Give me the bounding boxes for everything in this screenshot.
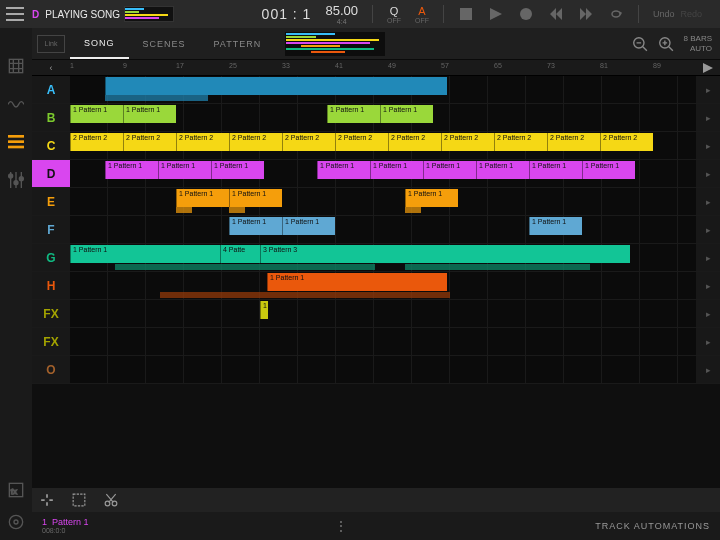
track-label[interactable]: FX — [32, 328, 70, 355]
track-expand-icon[interactable]: ▸ — [696, 300, 720, 327]
cut-tool[interactable] — [104, 493, 118, 507]
clip[interactable]: 1 Pattern 1 — [476, 161, 529, 179]
track-expand-icon[interactable]: ▸ — [696, 328, 720, 355]
track-lane[interactable]: 1 Pattern 11 Pattern 11 Pattern 11 Patte… — [70, 104, 696, 131]
redo-button[interactable]: Redo — [680, 9, 702, 19]
more-menu[interactable]: ⋮ — [334, 518, 349, 534]
clip[interactable]: 1 Pattern 1 — [158, 161, 211, 179]
track-expand-icon[interactable]: ▸ — [696, 104, 720, 131]
track-label[interactable]: H — [32, 272, 70, 299]
track-label[interactable]: A — [32, 76, 70, 103]
play-arrow-icon[interactable] — [696, 60, 720, 75]
clip[interactable]: 1 Pattern 1 — [105, 161, 158, 179]
bars-display[interactable]: 8 BARS AUTO — [684, 34, 712, 53]
track-lane[interactable]: 1 Pattern 1 — [70, 272, 696, 299]
song-preview[interactable] — [285, 32, 385, 56]
automation-lane[interactable] — [160, 292, 450, 298]
settings-icon[interactable] — [8, 514, 24, 530]
undo-button[interactable]: Undo — [653, 9, 675, 19]
ruler-back-button[interactable]: ‹ — [32, 60, 70, 75]
clip[interactable]: 2 Pattern 2 — [547, 133, 600, 151]
track-expand-icon[interactable]: ▸ — [696, 244, 720, 271]
clip[interactable]: 1 Pattern 1 — [229, 189, 282, 207]
forward-button[interactable] — [578, 6, 594, 22]
record-button[interactable] — [518, 6, 534, 22]
track-expand-icon[interactable]: ▸ — [696, 216, 720, 243]
clip[interactable]: 1 Pattern 1 — [211, 161, 264, 179]
link-button[interactable]: Link — [37, 35, 65, 53]
sliders-icon[interactable] — [8, 172, 24, 188]
menu-icon[interactable] — [6, 7, 24, 21]
zoom-in-icon[interactable] — [658, 36, 674, 52]
clip[interactable]: 1 Pattern 1 — [267, 273, 447, 291]
track-expand-icon[interactable]: ▸ — [696, 188, 720, 215]
track-lane[interactable] — [70, 328, 696, 355]
clip[interactable]: 2 Pattern 2 — [282, 133, 335, 151]
clip[interactable]: 2 Pattern 2 — [600, 133, 653, 151]
clip[interactable]: 1 Pattern 1 — [123, 105, 176, 123]
clip[interactable]: 1 Pattern 1 — [529, 161, 582, 179]
tempo-display[interactable]: 85.00 4:4 — [325, 3, 358, 25]
track-label[interactable]: G — [32, 244, 70, 271]
track-expand-icon[interactable]: ▸ — [696, 160, 720, 187]
rewind-button[interactable] — [548, 6, 564, 22]
a-toggle[interactable]: A OFF — [415, 5, 429, 24]
zoom-out-icon[interactable] — [632, 36, 648, 52]
clip[interactable]: 4 Patte — [220, 245, 260, 263]
clip[interactable]: 1 Pattern 1 — [327, 105, 380, 123]
timeline-icon[interactable] — [8, 134, 24, 150]
clip[interactable]: 2 Pattern 2 — [70, 133, 123, 151]
fx-icon[interactable]: fx — [8, 482, 24, 498]
track-label[interactable]: F — [32, 216, 70, 243]
track-expand-icon[interactable]: ▸ — [696, 132, 720, 159]
clip[interactable]: 1 Pattern 1 — [529, 217, 582, 235]
track-expand-icon[interactable]: ▸ — [696, 272, 720, 299]
clip[interactable]: 1 Pattern 1 — [423, 161, 476, 179]
wave-icon[interactable] — [8, 96, 24, 112]
track-lane[interactable]: 1 Pattern 11 Pattern 11 Pattern 1 — [70, 216, 696, 243]
track-lane[interactable]: 1 Pattern 11 Pattern 11 Pattern 1 — [70, 188, 696, 215]
play-button[interactable] — [488, 6, 504, 22]
clip[interactable]: 1 Pattern 1 — [370, 161, 423, 179]
clip[interactable] — [105, 77, 447, 95]
pointer-tool[interactable] — [40, 493, 54, 507]
track-label[interactable]: D — [32, 160, 70, 187]
automation-lane[interactable] — [115, 264, 375, 270]
clip[interactable]: 1 Pattern 1 — [582, 161, 635, 179]
clip[interactable]: 1 Pattern 1 — [70, 105, 123, 123]
stop-button[interactable] — [458, 6, 474, 22]
position-display[interactable]: 001 : 1 — [262, 6, 312, 22]
pattern-name[interactable]: Pattern 1 — [52, 517, 89, 527]
loop-button[interactable] — [608, 6, 624, 22]
track-label[interactable]: B — [32, 104, 70, 131]
mini-preview[interactable] — [124, 6, 174, 22]
automation-lane[interactable] — [405, 264, 590, 270]
clip[interactable]: 1 Pattern 1 — [70, 245, 220, 263]
select-tool[interactable] — [72, 493, 86, 507]
track-automations-button[interactable]: TRACK AUTOMATIONS — [595, 521, 710, 531]
clip[interactable]: 1 Pattern 1 — [229, 217, 282, 235]
track-lane[interactable] — [70, 76, 696, 103]
track-label[interactable]: FX — [32, 300, 70, 327]
tab-pattern[interactable]: PATTERN — [200, 28, 276, 59]
track-lane[interactable]: 1 Pattern 14 Patte3 Pattern 3 — [70, 244, 696, 271]
track-lane[interactable]: 2 Pattern 22 Pattern 22 Pattern 22 Patte… — [70, 132, 696, 159]
clip[interactable]: 2 Pattern 2 — [441, 133, 494, 151]
grid-icon[interactable] — [8, 58, 24, 74]
clip[interactable]: 1 Pattern 1 — [282, 217, 335, 235]
clip[interactable]: 2 Pattern 2 — [388, 133, 441, 151]
tab-song[interactable]: SONG — [70, 28, 129, 59]
track-lane[interactable] — [70, 356, 696, 383]
quantize-toggle[interactable]: Q OFF — [387, 5, 401, 24]
clip[interactable]: 1 Pattern 1 — [380, 105, 433, 123]
clip[interactable]: 2 Pattern 2 — [229, 133, 282, 151]
clip[interactable]: 2 Pattern 2 — [176, 133, 229, 151]
clip[interactable]: 3 Pattern 3 — [260, 245, 630, 263]
track-label[interactable]: C — [32, 132, 70, 159]
clip[interactable]: 1 Pattern 1 — [405, 189, 458, 207]
track-expand-icon[interactable]: ▸ — [696, 76, 720, 103]
timeline-ruler[interactable]: 1917253341495765738189 — [70, 60, 696, 75]
clip[interactable]: 2 Pattern 2 — [335, 133, 388, 151]
clip[interactable]: 1 Pattern 1 — [317, 161, 370, 179]
track-lane[interactable]: 1 — [70, 300, 696, 327]
